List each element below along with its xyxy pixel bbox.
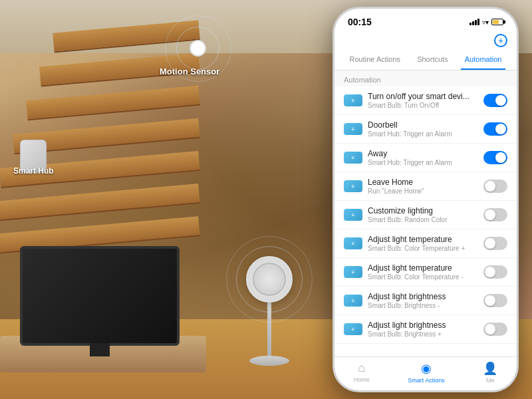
nav-smart-actions-label: Smart Actions — [408, 377, 445, 384]
fan — [246, 256, 293, 366]
item-text-8: Adjust light brightness Smart Bulb: Brig… — [368, 292, 478, 309]
toggle-2[interactable] — [483, 122, 507, 136]
fan-base — [249, 356, 289, 366]
smart-hub-label: Smart Hub — [13, 166, 54, 176]
battery-fill — [493, 20, 499, 24]
add-button[interactable]: + — [494, 34, 507, 47]
toggle-5[interactable] — [483, 208, 507, 221]
automation-item-9[interactable]: Adjust light brightness Smart Bulb: Brig… — [334, 315, 517, 344]
toggle-4[interactable] — [483, 180, 507, 193]
item-subtitle-9: Smart Bulb: Brightness + — [368, 331, 478, 338]
tv-screen — [23, 249, 177, 343]
item-icon-9 — [344, 323, 362, 335]
item-text-6: Adjust light temperature Smart Bulb: Col… — [368, 235, 478, 252]
phone-frame: 00:15 ▿▾ + Routine Actions — [332, 7, 519, 392]
toggle-knob-7 — [485, 267, 495, 277]
battery-icon — [491, 19, 503, 25]
bottom-navigation: ⌂ Home ◉ Smart Actions 👤 Me — [334, 356, 517, 390]
automation-item-1[interactable]: Turn on/off your smart devi... Smart Bul… — [334, 86, 517, 115]
section-label: Automation — [334, 70, 517, 86]
phone-screen: 00:15 ▿▾ + Routine Actions — [334, 9, 517, 390]
item-title-7: Adjust light temperature — [368, 263, 478, 273]
item-title-3: Away — [368, 149, 478, 158]
item-subtitle-1: Smart Bulb: Turn On/Off — [368, 102, 478, 109]
item-subtitle-7: Smart Bulb: Color Temperature - — [368, 273, 478, 281]
automation-item-3[interactable]: Away Smart Hub: Trigger an Alarm — [334, 144, 517, 172]
toggle-knob-2 — [495, 124, 506, 134]
toggle-knob-3 — [495, 152, 506, 163]
automation-item-5[interactable]: Customize lighting Smart Bulb: Random Co… — [334, 201, 517, 229]
toggle-knob-9 — [485, 324, 495, 334]
item-icon-1 — [344, 94, 362, 106]
automation-item-7[interactable]: Adjust light temperature Smart Bulb: Col… — [334, 258, 517, 287]
item-subtitle-6: Smart Bulb: Color Temperature + — [368, 245, 478, 252]
fan-ring-inner — [236, 246, 303, 313]
tv-stand — [90, 343, 110, 356]
automation-item-4[interactable]: Leave Home Run "Leave Home" — [334, 172, 517, 201]
toggle-3[interactable] — [483, 151, 507, 164]
tab-navigation: Routine Actions Shortcuts Automation — [334, 50, 517, 70]
status-icons: ▿▾ — [469, 19, 503, 26]
item-title-8: Adjust light brightness — [368, 292, 478, 301]
item-title-6: Adjust light temperature — [368, 235, 478, 244]
nav-me[interactable]: 👤 Me — [483, 361, 497, 384]
nav-home-label: Home — [354, 376, 370, 383]
signal-bar-2 — [472, 21, 474, 25]
item-text-4: Leave Home Run "Leave Home" — [368, 178, 478, 195]
motion-sensor-device — [190, 40, 206, 57]
item-title-1: Turn on/off your smart devi... — [368, 92, 478, 101]
toggle-7[interactable] — [483, 265, 507, 279]
item-title-5: Customize lighting — [368, 206, 478, 215]
motion-sensor-label: Motion Sensor — [160, 66, 219, 76]
item-subtitle-2: Smart Hub: Trigger an Alarm — [368, 130, 478, 138]
item-icon-4 — [344, 180, 362, 192]
item-title-4: Leave Home — [368, 178, 478, 187]
nav-me-label: Me — [486, 377, 495, 384]
automation-item-2[interactable]: Doorbell Smart Hub: Trigger an Alarm — [334, 115, 517, 144]
signal-bar-1 — [469, 23, 471, 25]
item-title-9: Adjust light brightness — [368, 321, 478, 330]
item-icon-6 — [344, 237, 362, 249]
item-icon-2 — [344, 123, 362, 135]
home-icon: ⌂ — [358, 361, 365, 375]
wifi-icon: ▿▾ — [482, 19, 489, 26]
item-icon-8 — [344, 295, 362, 307]
toggle-6[interactable] — [483, 237, 507, 250]
tab-automation[interactable]: Automation — [461, 50, 506, 70]
toggle-1[interactable] — [483, 94, 507, 107]
toggle-knob-8 — [485, 295, 495, 306]
automation-item-6[interactable]: Adjust light temperature Smart Bulb: Col… — [334, 229, 517, 258]
toggle-knob-6 — [485, 238, 495, 249]
toggle-knob-1 — [495, 95, 506, 106]
signal-bars — [469, 19, 479, 25]
toggle-knob-5 — [485, 209, 495, 220]
item-subtitle-3: Smart Hub: Trigger an Alarm — [368, 159, 478, 166]
toggle-9[interactable] — [483, 323, 507, 336]
item-subtitle-5: Smart Bulb: Random Color — [368, 216, 478, 223]
toggle-knob-4 — [485, 181, 495, 192]
item-text-9: Adjust light brightness Smart Bulb: Brig… — [368, 321, 478, 338]
status-bar: 00:15 ▿▾ — [334, 9, 517, 31]
item-text-3: Away Smart Hub: Trigger an Alarm — [368, 149, 478, 166]
item-icon-3 — [344, 152, 362, 164]
nav-home[interactable]: ⌂ Home — [354, 361, 370, 384]
item-text-2: Doorbell Smart Hub: Trigger an Alarm — [368, 120, 478, 138]
signal-bar-4 — [477, 19, 479, 25]
item-subtitle-4: Run "Leave Home" — [368, 188, 478, 195]
item-icon-7 — [344, 266, 362, 278]
item-icon-5 — [344, 209, 362, 221]
automation-item-8[interactable]: Adjust light brightness Smart Bulb: Brig… — [334, 287, 517, 315]
tab-shortcuts[interactable]: Shortcuts — [413, 50, 452, 70]
status-time: 00:15 — [348, 17, 372, 27]
item-text-7: Adjust light temperature Smart Bulb: Col… — [368, 263, 478, 281]
me-icon: 👤 — [483, 361, 497, 376]
tv — [20, 246, 180, 346]
item-subtitle-8: Smart Bulb: Brightness - — [368, 302, 478, 309]
nav-smart-actions[interactable]: ◉ Smart Actions — [408, 361, 445, 384]
item-text-5: Customize lighting Smart Bulb: Random Co… — [368, 206, 478, 223]
toggle-8[interactable] — [483, 294, 507, 307]
item-text-1: Turn on/off your smart devi... Smart Bul… — [368, 92, 478, 109]
smart-actions-icon: ◉ — [421, 361, 432, 376]
item-title-2: Doorbell — [368, 120, 478, 130]
tab-routine-actions[interactable]: Routine Actions — [346, 50, 404, 70]
